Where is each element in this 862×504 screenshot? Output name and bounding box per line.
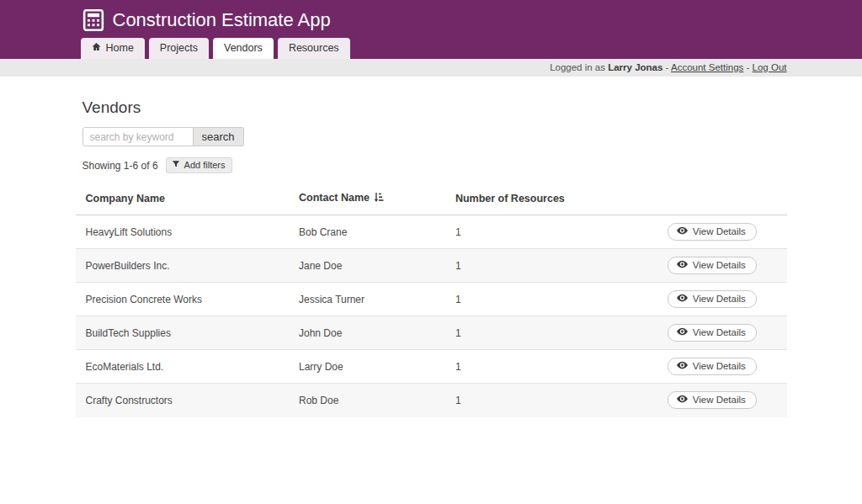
table-row: Precision Concrete Works Jessica Turner … — [76, 283, 787, 316]
contact-name-cell: Jane Doe — [289, 249, 445, 283]
view-details-button[interactable]: View Details — [668, 290, 757, 308]
results-meta-row: Showing 1-6 of 6 Add filters — [82, 157, 787, 173]
main-content: Vendors search Showing 1-6 of 6 Add filt… — [76, 98, 787, 417]
filter-funnel-icon — [172, 160, 180, 170]
eye-icon — [677, 226, 688, 236]
main-nav: Home Projects Vendors Resources — [76, 38, 787, 59]
account-settings-link[interactable]: Account Settings — [671, 62, 743, 72]
resources-count-cell: 1 — [445, 215, 637, 249]
company-name-cell: HeavyLift Solutions — [76, 215, 290, 249]
tab-vendors[interactable]: Vendors — [213, 38, 274, 59]
app-title-text: Construction Estimate App — [113, 9, 331, 31]
tab-label: Vendors — [224, 42, 263, 54]
view-details-button[interactable]: View Details — [668, 391, 757, 409]
eye-icon — [677, 361, 688, 371]
column-header-actions — [637, 183, 786, 215]
company-name-cell: EcoMaterials Ltd. — [76, 350, 290, 384]
view-details-button[interactable]: View Details — [668, 324, 757, 342]
column-header-contact-name[interactable]: Contact Name — [289, 183, 445, 215]
add-filters-label: Add filters — [184, 160, 226, 170]
page-title: Vendors — [82, 98, 787, 117]
resources-count-cell: 1 — [445, 316, 637, 350]
company-name-cell: Precision Concrete Works — [76, 283, 290, 316]
search-button[interactable]: search — [194, 127, 244, 146]
tab-home[interactable]: Home — [81, 38, 145, 59]
column-header-number-of-resources: Number of Resources — [445, 183, 637, 215]
app-title: Construction Estimate App — [76, 7, 787, 38]
tab-projects[interactable]: Projects — [149, 38, 209, 59]
contact-name-cell: Jessica Turner — [289, 283, 445, 316]
user-bar: Logged in as Larry Jonas - Account Setti… — [0, 59, 862, 77]
company-name-cell: BuildTech Supplies — [76, 316, 290, 350]
table-row: EcoMaterials Ltd. Larry Doe 1 View Detai… — [76, 350, 787, 384]
view-details-button[interactable]: View Details — [668, 223, 757, 241]
table-header-row: Company Name Contact Name Number of Reso… — [76, 183, 787, 215]
app-header: Construction Estimate App Home Projects … — [0, 0, 862, 59]
column-header-company-name: Company Name — [76, 183, 290, 215]
table-row: Crafty Constructors Rob Doe 1 View Detai… — [76, 384, 787, 417]
contact-name-cell: Larry Doe — [289, 350, 445, 384]
tab-label: Home — [106, 42, 134, 54]
search-row: search — [82, 127, 787, 146]
tab-label: Projects — [160, 42, 198, 54]
table-row: HeavyLift Solutions Bob Crane 1 View Det… — [76, 215, 787, 249]
tab-label: Resources — [289, 42, 339, 54]
company-name-cell: PowerBuilders Inc. — [76, 249, 290, 283]
eye-icon — [677, 294, 688, 304]
vendors-table: Company Name Contact Name Number of Reso… — [76, 183, 787, 417]
contact-name-cell: Rob Doe — [289, 384, 445, 417]
showing-count-text: Showing 1-6 of 6 — [82, 160, 158, 172]
calculator-icon — [82, 9, 104, 31]
contact-name-cell: Bob Crane — [289, 215, 445, 249]
separator: - — [747, 62, 750, 72]
logged-in-username: Larry Jonas — [608, 62, 662, 72]
home-icon — [92, 42, 101, 54]
eye-icon — [677, 327, 688, 337]
logged-in-prefix: Logged in as — [550, 62, 605, 72]
search-input[interactable] — [82, 127, 194, 146]
table-row: PowerBuilders Inc. Jane Doe 1 View Detai… — [76, 249, 787, 283]
view-details-button[interactable]: View Details — [668, 358, 757, 375]
separator: - — [666, 62, 669, 72]
table-row: BuildTech Supplies John Doe 1 View Detai… — [76, 316, 787, 350]
sort-icon — [373, 194, 384, 205]
resources-count-cell: 1 — [445, 249, 637, 283]
log-out-link[interactable]: Log Out — [753, 62, 787, 72]
eye-icon — [677, 395, 688, 405]
view-details-button[interactable]: View Details — [668, 257, 757, 274]
tab-resources[interactable]: Resources — [278, 38, 350, 59]
resources-count-cell: 1 — [445, 350, 637, 384]
company-name-cell: Crafty Constructors — [76, 384, 290, 417]
resources-count-cell: 1 — [445, 283, 637, 316]
resources-count-cell: 1 — [445, 384, 637, 417]
eye-icon — [677, 260, 688, 270]
contact-name-cell: John Doe — [289, 316, 445, 350]
add-filters-button[interactable]: Add filters — [166, 157, 233, 173]
